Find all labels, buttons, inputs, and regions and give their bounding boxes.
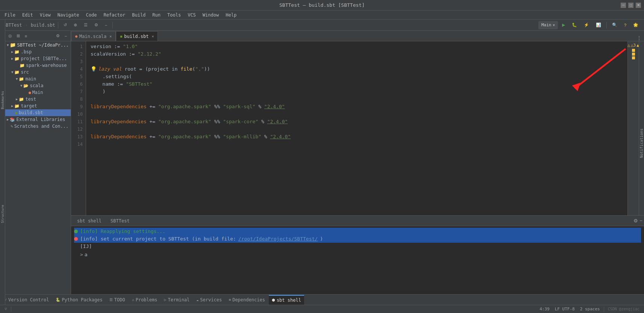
maximize-button[interactable]: □	[628, 3, 633, 8]
services-icon: ☁	[196, 298, 199, 302]
menu-code[interactable]: Code	[83, 12, 100, 18]
debug-button[interactable]: 🐛	[569, 21, 580, 29]
line-num-2: 2	[71, 50, 83, 58]
sync-button[interactable]: ⊕	[71, 21, 80, 29]
code-area-wrapper: 1 2 3 4 5 6 7 8 9 10 11 12 13 14	[71, 41, 644, 215]
menu-refactor[interactable]: Refactor	[100, 12, 128, 18]
menu-build[interactable]: Build	[129, 12, 148, 18]
tree-item-scratches[interactable]: ✎ Scratches and Con...	[5, 123, 71, 130]
btab-python-packages[interactable]: 🐍 Python Packages	[53, 295, 105, 305]
tree-item-external-libs[interactable]: ▶ 📚 External Libraries	[5, 116, 71, 123]
menu-navigate[interactable]: Navigate	[55, 12, 82, 18]
bottom-settings-area: ⚙ −	[633, 218, 642, 224]
menu-help[interactable]: Help	[223, 12, 239, 18]
status-spaces[interactable]: 2 spaces	[579, 305, 602, 313]
terminal-link[interactable]: /root/IdeaProjects/SBTTest/	[238, 235, 318, 243]
tree-item-sbttest[interactable]: ▼ 📁 SBTTest ~/IdeaPr...	[5, 41, 71, 48]
sbt-shell-tab-label: sbt shell	[77, 218, 102, 224]
toolbar-separator-2	[112, 22, 113, 29]
menu-edit[interactable]: Edit	[19, 12, 36, 18]
window-controls: ─ □ ✕	[621, 3, 641, 8]
tree-item-build-sbt[interactable]: ◼ build.sbt	[5, 109, 71, 116]
code-line-12	[91, 126, 623, 133]
search-everywhere-button[interactable]: 🔍	[609, 21, 620, 29]
bottom-close-button[interactable]: −	[639, 218, 642, 224]
terminal-content[interactable]: [info] Reapplying settings... [info] set…	[71, 226, 644, 294]
collapse-button[interactable]: ☰	[81, 21, 90, 29]
right-notifications-panel[interactable]: Notifications	[639, 41, 644, 215]
btab-label-sbt: sbt shell	[277, 298, 301, 303]
menu-view[interactable]: View	[37, 12, 54, 18]
tree-item-project[interactable]: ▶ 📁 project [SBTTe...	[5, 55, 71, 62]
warning-badge-area: △ △3 ▲	[627, 42, 640, 48]
tab-main-scala[interactable]: ● Main.scala ✕	[71, 31, 116, 41]
status-bar: ⑂ 4:39 LF UTF-8 2 spaces CSDN @zengjiac	[0, 305, 644, 313]
tree-item-spark-warehouse[interactable]: 📁 spark-warehouse	[5, 62, 71, 69]
sidebar-hide-btn[interactable]: −	[62, 33, 69, 39]
btab-services[interactable]: ☁ Services	[193, 295, 225, 305]
sidebar-collapse-all-btn[interactable]: ≡	[23, 33, 29, 39]
tree-label-ext-libs: External Libraries	[16, 117, 65, 122]
reload-button[interactable]: ↺	[61, 21, 70, 29]
line-num-14: 14	[71, 141, 83, 148]
sidebar-locate-btn[interactable]: ◎	[7, 33, 14, 39]
problems-icon: ⚠	[132, 298, 134, 302]
status-git[interactable]: ⑂	[3, 305, 9, 313]
settings-main-button[interactable]: 🌟	[630, 21, 641, 29]
menu-window[interactable]: Window	[200, 12, 222, 18]
bottom-tabs: sbt shell SBTTest ⚙ −	[71, 216, 644, 226]
line-num-5: 5	[71, 73, 83, 80]
tree-item-scala-dir[interactable]: ▼ 📂 scala	[5, 82, 71, 89]
close-button[interactable]: ✕	[636, 3, 641, 8]
tree-item-target[interactable]: ▶ 📁 target	[5, 103, 71, 109]
tab-sbttest[interactable]: SBTTest	[106, 216, 134, 226]
tree-item-main-scala[interactable]: ● Main	[5, 89, 71, 96]
menu-run[interactable]: Run	[149, 12, 164, 18]
menu-file[interactable]: File	[2, 12, 18, 18]
tab-sbt-shell[interactable]: sbt shell	[73, 216, 106, 226]
profile-button[interactable]: 📊	[593, 21, 604, 29]
btab-sbt-shell[interactable]: ⬢ sbt shell	[269, 295, 304, 305]
settings-button2[interactable]: ⚙	[92, 21, 101, 29]
tab-close-build-sbt[interactable]: ✕	[152, 34, 154, 38]
tree-item-test[interactable]: ▶ 📁 test	[5, 96, 71, 103]
code-line-11: libraryDependencies += "org.apache.spark…	[91, 118, 623, 126]
menu-tools[interactable]: Tools	[164, 12, 184, 18]
btab-dependencies[interactable]: ≡ Dependencies	[226, 295, 268, 305]
minimize-button[interactable]: ─	[621, 3, 626, 8]
warning-triangle-icon: △	[627, 43, 630, 48]
sidebar-settings-btn[interactable]: ⚙	[55, 33, 61, 39]
line-num-6: 6	[71, 80, 83, 88]
tree-item-bsp[interactable]: ▶ 📁 .bsp	[5, 48, 71, 55]
bottom-gear-button[interactable]: ⚙	[633, 218, 638, 224]
tree-label-test: test	[25, 97, 36, 102]
run-button[interactable]: ▶	[559, 21, 568, 29]
run-config-selector[interactable]: Main ▼	[538, 21, 558, 29]
terminal-line-2: [info] set current project to SBTTest (i…	[74, 235, 641, 243]
help-button[interactable]: ?	[621, 21, 629, 29]
btab-terminal[interactable]: ▷ Terminal	[161, 295, 192, 305]
coverage-button[interactable]: ⚡	[581, 21, 592, 29]
tree-label-spark: spark-warehouse	[26, 63, 67, 68]
menu-vcs[interactable]: VCS	[185, 12, 199, 18]
tab-build-sbt[interactable]: ◼ build.sbt ✕	[116, 31, 158, 41]
gutter-warning-mark-2	[632, 53, 635, 56]
minus-button[interactable]: −	[102, 21, 110, 29]
more-tabs-button[interactable]: ⋮	[634, 35, 644, 41]
btab-todo[interactable]: ☰ TODO	[106, 295, 128, 305]
watermark-text: CSDN @zengjiac	[608, 307, 639, 311]
sidebar-expand-all-btn[interactable]: ⊞	[15, 33, 21, 39]
btab-version-control[interactable]: ⑂ Version Control	[2, 295, 52, 305]
tree-item-main[interactable]: ▼ 📁 main	[5, 76, 71, 82]
status-encoding[interactable]: LF UTF-8	[553, 305, 576, 313]
folder-icon-project: 📁	[14, 56, 20, 61]
tree-label-sbttest: SBTTest ~/IdeaPr...	[17, 42, 68, 48]
tree-label-build-sbt: build.sbt	[19, 110, 43, 115]
tree-item-src[interactable]: ▼ 📁 src	[5, 69, 71, 76]
git-icon: ⑂	[5, 307, 7, 311]
btab-label-todo: TODO	[114, 297, 125, 302]
tab-close-main-scala[interactable]: ✕	[109, 34, 112, 38]
btab-problems[interactable]: ⚠ Problems	[129, 295, 161, 305]
tree-label-bsp: .bsp	[21, 49, 32, 54]
code-content[interactable]: version := "1.0" scalaVersion := "2.12.2…	[86, 41, 627, 215]
